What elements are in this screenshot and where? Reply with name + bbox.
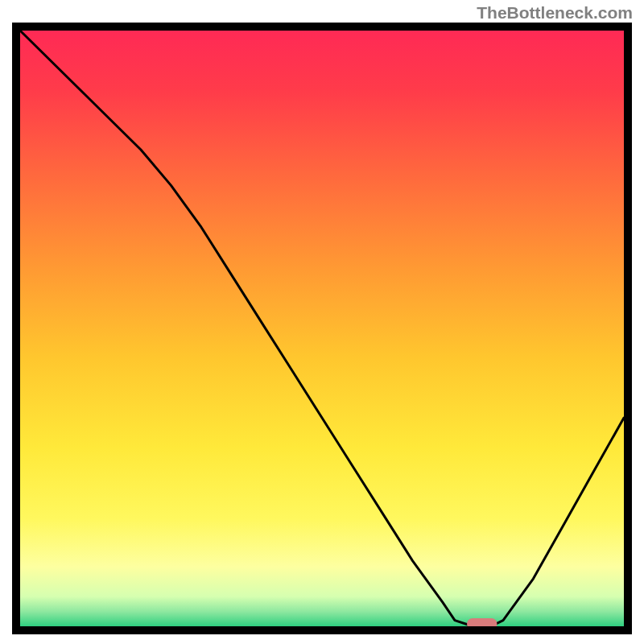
chart-frame <box>12 23 632 634</box>
chart-container: TheBottleneck.com <box>0 0 644 644</box>
chart-svg <box>12 23 632 634</box>
watermark-text: TheBottleneck.com <box>477 3 633 23</box>
